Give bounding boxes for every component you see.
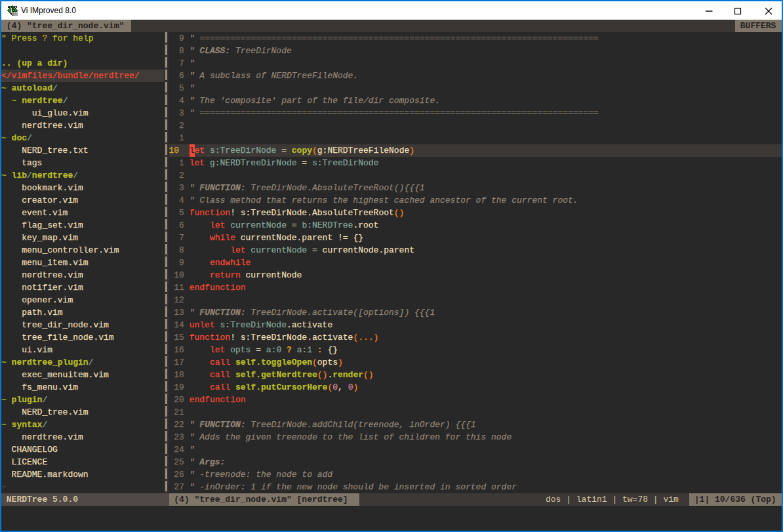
svg-text:im: im	[12, 10, 18, 16]
